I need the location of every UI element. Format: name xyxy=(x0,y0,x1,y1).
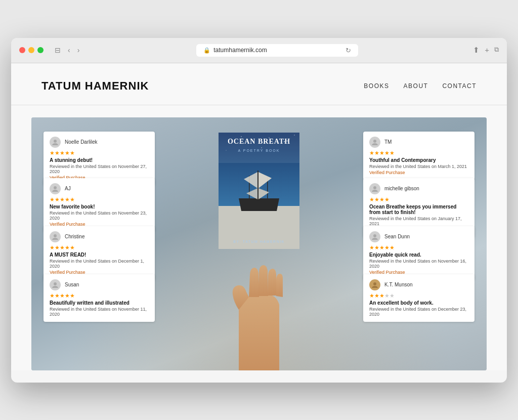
sidebar-toggle[interactable]: ⊟ xyxy=(53,45,63,55)
review-card-4: Susan ★★★★★ Beautifully written and illu… xyxy=(44,274,155,322)
reviews-container: Noelle Darlilek ★★★★★ A stunning debut! … xyxy=(31,117,487,370)
reviewer-name-4: Susan xyxy=(65,282,79,287)
svg-point-20 xyxy=(54,234,57,237)
review-title-6: Ocean Breathe keeps you immersed from st… xyxy=(369,204,468,215)
browser-controls: ⊟ ‹ › xyxy=(53,45,81,55)
reviewer-name-8: K.T. Munson xyxy=(384,282,413,287)
reviewer-name-7: Sean Dunn xyxy=(384,234,410,239)
review-title-1: A stunning debut! xyxy=(50,157,149,163)
review-date-2: Reviewed in the United States on Novembe… xyxy=(50,211,149,221)
review-title-7: Enjoyable quick read. xyxy=(369,252,468,258)
review-header-2: AJ xyxy=(50,183,149,194)
maximize-button[interactable] xyxy=(37,47,44,53)
stars-7: ★★★★★ xyxy=(369,244,468,251)
new-tab-icon[interactable]: + xyxy=(485,46,489,55)
url-text: tatumhamernik.com xyxy=(213,47,267,54)
address-bar[interactable]: 🔒 tatumhamernik.com ↻ xyxy=(196,44,358,57)
forward-button[interactable]: › xyxy=(75,45,82,55)
stars-1: ★★★★★ xyxy=(50,150,149,156)
browser-window: ⊟ ‹ › 🔒 tatumhamernik.com ↻ ⬆ + ⧉ TATUM … xyxy=(11,38,507,383)
reviewer-name-2: AJ xyxy=(65,186,71,191)
lock-icon: 🔒 xyxy=(203,47,210,54)
review-date-6: Reviewed in the United States on January… xyxy=(369,216,468,226)
review-header-1: Noelle Darlilek xyxy=(50,137,149,148)
review-title-2: New favorite book! xyxy=(50,204,149,209)
browser-chrome: ⊟ ‹ › 🔒 tatumhamernik.com ↻ ⬆ + ⧉ xyxy=(11,38,507,63)
reload-icon[interactable]: ↻ xyxy=(346,47,351,54)
review-card-3: Christine ★★★★★ A MUST READ! Reviewed in… xyxy=(44,226,155,280)
stars-4: ★★★★★ xyxy=(50,292,149,299)
review-header-8: K.T. Munson xyxy=(369,279,468,290)
nav-books[interactable]: BOOKS xyxy=(364,82,389,90)
reviewer-avatar-8 xyxy=(369,279,380,290)
stars-2: ★★★★★ xyxy=(50,196,149,203)
review-date-4: Reviewed in the United States on Novembe… xyxy=(50,307,149,317)
review-header-5: TM xyxy=(369,137,468,148)
back-button[interactable]: ‹ xyxy=(66,45,72,55)
stars-6: ★★★★ xyxy=(369,196,468,203)
nav-contact[interactable]: CONTACT xyxy=(442,82,477,90)
review-card-8: K.T. Munson ★★★★★ An excellent body of w… xyxy=(363,274,474,322)
svg-point-18 xyxy=(54,140,57,143)
review-date-5: Reviewed in the United States on March 1… xyxy=(369,164,468,169)
stars-8: ★★★★★ xyxy=(369,292,468,299)
browser-actions: ⬆ + ⧉ xyxy=(473,46,499,55)
svg-point-24 xyxy=(373,234,376,237)
review-card-2: AJ ★★★★★ New favorite book! Reviewed in … xyxy=(44,178,155,232)
tabs-icon[interactable]: ⧉ xyxy=(494,46,499,55)
review-header-4: Susan xyxy=(50,279,149,290)
review-header-3: Christine xyxy=(50,231,149,242)
verified-5: Verified Purchase xyxy=(369,170,468,175)
site-header: TATUM HAMERNIK BOOKS ABOUT CONTACT xyxy=(11,63,507,105)
page-content: TATUM HAMERNIK BOOKS ABOUT CONTACT xyxy=(11,63,507,370)
svg-point-21 xyxy=(54,282,57,285)
review-title-8: An excellent body of work. xyxy=(369,300,468,306)
svg-point-23 xyxy=(373,186,376,189)
nav-about[interactable]: ABOUT xyxy=(404,82,428,90)
reviewer-avatar-3 xyxy=(50,231,61,242)
site-title: TATUM HAMERNIK xyxy=(41,79,149,93)
review-title-4: Beautifully written and illustrated xyxy=(50,300,149,306)
reviewer-name-5: TM xyxy=(384,139,392,145)
reviewer-avatar-5 xyxy=(369,137,380,148)
review-date-3: Reviewed in the United States on Decembe… xyxy=(50,259,149,269)
reviewer-name-1: Noelle Darlilek xyxy=(65,139,97,145)
hero-section: OCEAN BREATH A POETRY BOOK BY: TATUM HAM… xyxy=(31,117,487,370)
stars-3: ★★★★★ xyxy=(50,244,149,251)
address-bar-wrap: 🔒 tatumhamernik.com ↻ xyxy=(87,44,468,57)
review-card-5: TM ★★★★★ Youthful and Contemporary Revie… xyxy=(363,132,474,180)
traffic-lights xyxy=(19,47,44,53)
close-button[interactable] xyxy=(19,47,25,53)
reviewer-avatar-4 xyxy=(50,279,61,290)
review-card-1: Noelle Darlilek ★★★★★ A stunning debut! … xyxy=(44,132,155,185)
reviewer-name-3: Christine xyxy=(65,234,84,239)
reviewer-avatar-2 xyxy=(50,183,61,194)
review-title-5: Youthful and Contemporary xyxy=(369,157,468,163)
svg-point-19 xyxy=(54,186,57,189)
review-date-1: Reviewed in the United States on Novembe… xyxy=(50,164,149,174)
review-date-8: Reviewed in the United States on Decembe… xyxy=(369,307,468,317)
review-header-7: Sean Dunn xyxy=(369,231,468,242)
reviewer-avatar-6 xyxy=(369,183,380,194)
stars-5: ★★★★★ xyxy=(369,150,468,156)
share-icon[interactable]: ⬆ xyxy=(473,46,480,55)
review-date-7: Reviewed in the United States on Novembe… xyxy=(369,259,468,269)
review-header-6: michelle gibson xyxy=(369,183,468,194)
reviewer-avatar-7 xyxy=(369,231,380,242)
review-card-7: Sean Dunn ★★★★★ Enjoyable quick read. Re… xyxy=(363,226,474,280)
review-title-3: A MUST READ! xyxy=(50,252,149,258)
minimize-button[interactable] xyxy=(28,47,34,53)
reviewer-avatar-1 xyxy=(50,137,61,148)
svg-point-22 xyxy=(373,140,376,143)
svg-point-26 xyxy=(373,282,376,285)
site-nav: BOOKS ABOUT CONTACT xyxy=(364,82,477,90)
reviewer-name-6: michelle gibson xyxy=(384,186,419,191)
